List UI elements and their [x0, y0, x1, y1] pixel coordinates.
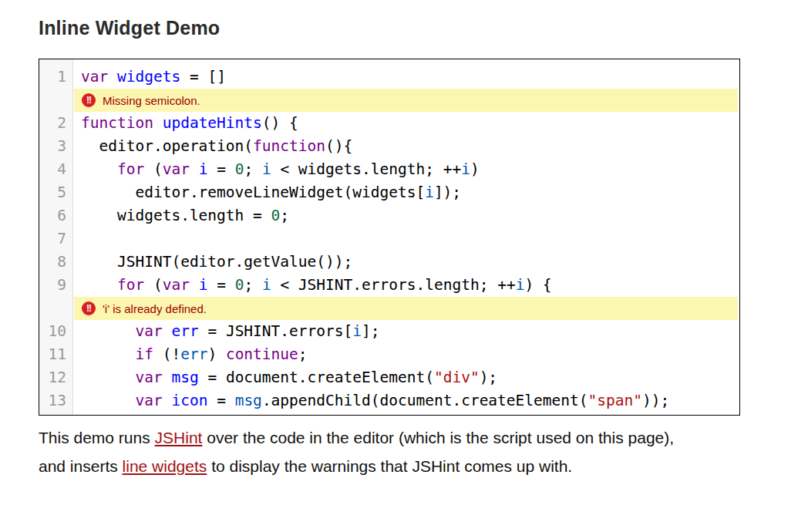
code-line[interactable]: 2function updateHints() {: [39, 112, 739, 135]
code-token: (: [144, 160, 162, 178]
code-token: () {: [262, 114, 298, 132]
code-editor[interactable]: 1var widgets = []!!Missing semicolon.2fu…: [39, 59, 740, 416]
code-line[interactable]: 3 editor.operation(function(){: [39, 135, 739, 158]
code-token: i: [199, 160, 208, 178]
code-token: var: [135, 369, 162, 386]
code-token: i: [262, 276, 271, 294]
code-text: JSHINT(editor.getValue());: [73, 251, 352, 274]
line-number: 13: [39, 389, 73, 412]
code-token: var: [135, 322, 162, 340]
code-text: widgets.length = 0;: [73, 204, 289, 227]
code-text: [73, 227, 81, 251]
code-text: function updateHints() {: [73, 112, 298, 135]
code-token: =: [207, 160, 234, 178]
code-token: err: [180, 345, 207, 363]
code-token: "span": [588, 392, 642, 409]
code-text: for (var i = 0; i < JSHINT.errors.length…: [73, 274, 552, 297]
code-token: function: [81, 114, 153, 132]
line-number: 12: [39, 366, 73, 389]
code-token: ): [207, 345, 225, 363]
code-token: 0: [235, 276, 244, 294]
code-token: continue: [226, 345, 298, 363]
code-token: i: [352, 322, 362, 340]
error-icon: !!: [82, 93, 96, 107]
code-token: JSHINT(editor.getValue());: [81, 253, 352, 271]
code-line[interactable]: 11 if (!err) continue;: [39, 343, 739, 366]
code-line[interactable]: 7: [39, 227, 739, 251]
code-token: editor.operation(: [81, 137, 253, 155]
code-line[interactable]: 8 JSHINT(editor.getValue());: [39, 251, 739, 274]
description-text: over the code in the editor (which is th…: [202, 429, 674, 446]
code-token: =: [207, 392, 234, 409]
code-token: [81, 160, 117, 178]
warning-text: Missing semicolon.: [103, 94, 200, 107]
code-token: [153, 114, 163, 132]
code-token: i: [516, 276, 525, 294]
code-token: [163, 369, 172, 386]
code-token: i: [425, 184, 434, 201]
code-token: [163, 392, 172, 409]
code-line[interactable]: 10 var err = JSHINT.errors[i];: [39, 320, 739, 343]
page: Inline Widget Demo 1var widgets = []!!Mi…: [0, 0, 798, 532]
code-text: editor.removeLineWidget(widgets[i]);: [73, 181, 461, 204]
code-token: (!: [153, 345, 180, 363]
code-text: editor.operation(function(){: [73, 135, 352, 158]
code-line[interactable]: 13 var icon = msg.appendChild(document.c…: [39, 389, 739, 412]
code-line[interactable]: 4 for (var i = 0; i < widgets.length; ++…: [39, 158, 739, 181]
code-token: var: [163, 160, 190, 178]
error-icon: !!: [82, 301, 96, 315]
code-token: [190, 160, 199, 178]
line-number: 4: [39, 158, 73, 181]
code-text: var msg = document.createElement("div");: [73, 366, 497, 389]
code-token: ;: [244, 160, 261, 178]
code-token: ;: [298, 345, 308, 363]
line-number: 2: [39, 112, 73, 135]
line-number: 7: [39, 227, 73, 251]
code-line[interactable]: 6 widgets.length = 0;: [39, 204, 739, 227]
code-token: for: [117, 160, 144, 178]
line-widgets-link[interactable]: line widgets: [123, 457, 207, 475]
code-token: ) {: [524, 276, 551, 294]
line-number: 8: [39, 251, 73, 274]
code-line[interactable]: 9 for (var i = 0; i < JSHINT.errors.leng…: [39, 274, 739, 297]
description-text: This demo runs: [39, 429, 155, 446]
warning-text: 'i' is already defined.: [103, 302, 207, 315]
page-title: Inline Widget Demo: [39, 15, 798, 41]
code-token: var: [135, 392, 162, 409]
code-line[interactable]: 5 editor.removeLineWidget(widgets[i]);: [39, 181, 739, 204]
jshint-link[interactable]: JSHint: [155, 429, 203, 446]
code-line[interactable]: 12 var msg = document.createElement("div…: [39, 366, 739, 389]
code-token: i: [461, 160, 470, 178]
description-text: to display the warnings that JSHint come…: [207, 457, 572, 475]
line-number: 10: [39, 320, 73, 343]
code-token: 0: [271, 207, 281, 224]
code-text: if (!err) continue;: [73, 343, 308, 366]
line-number: 5: [39, 181, 73, 204]
code-token: [81, 369, 135, 386]
code-token: [81, 276, 117, 294]
line-number: 6: [39, 204, 73, 227]
code-token: var: [81, 68, 108, 86]
code-token: err: [171, 322, 198, 340]
code-line[interactable]: 1var widgets = []: [39, 66, 739, 89]
code-token: i: [199, 276, 208, 294]
line-number: 9: [39, 274, 73, 297]
code-token: if: [135, 345, 153, 363]
code-token: [108, 68, 117, 86]
code-text: var widgets = []: [73, 66, 226, 89]
code-text: for (var i = 0; i < widgets.length; ++i): [73, 158, 480, 181]
lint-warning-widget: !!'i' is already defined.: [74, 297, 738, 320]
code-token: widgets.length =: [81, 207, 271, 224]
code-token: =: [207, 276, 234, 294]
line-number: 1: [39, 66, 73, 89]
code-token: [81, 392, 135, 409]
description: This demo runs JSHint over the code in t…: [39, 423, 767, 480]
code-token: 0: [235, 160, 244, 178]
code-token: ];: [362, 322, 379, 340]
code-token: ): [470, 160, 480, 178]
code-token: );: [480, 369, 497, 386]
code-token: (: [144, 276, 162, 294]
code-token: icon: [171, 392, 207, 409]
code-text: var icon = msg.appendChild(document.crea…: [73, 389, 669, 412]
code-token: ]);: [434, 184, 461, 201]
